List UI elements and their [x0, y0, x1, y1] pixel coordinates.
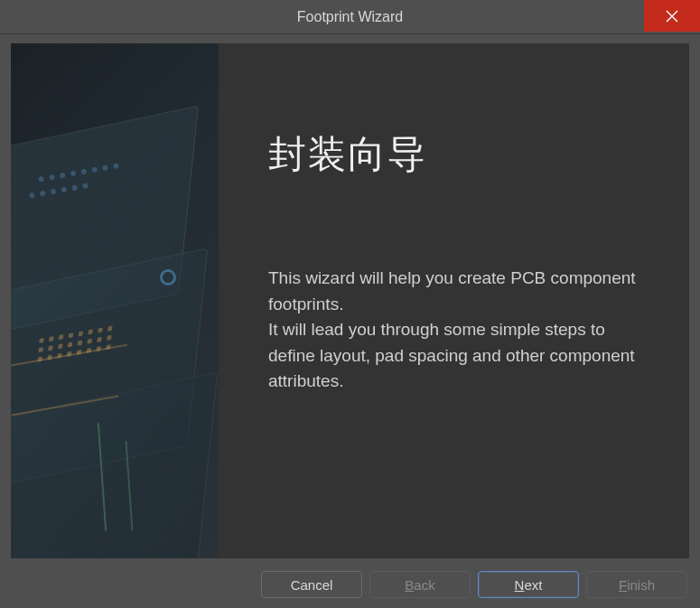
- description-line-2: It will lead you through some simple ste…: [268, 320, 635, 390]
- cancel-button[interactable]: Cancel: [261, 571, 362, 598]
- wizard-panel: 封装向导 This wizard will help you create PC…: [11, 43, 689, 558]
- title-bar: Footprint Wizard: [0, 0, 700, 34]
- button-row: Cancel Back Next Finish: [0, 558, 700, 598]
- close-icon: [666, 10, 678, 23]
- wizard-description: This wizard will help you create PCB com…: [268, 266, 644, 395]
- finish-button: Finish: [586, 571, 687, 598]
- wizard-graphic: [11, 43, 219, 558]
- next-button[interactable]: Next: [478, 571, 579, 598]
- close-button[interactable]: [644, 0, 700, 32]
- description-line-1: This wizard will help you create PCB com…: [268, 268, 636, 313]
- back-button: Back: [369, 571, 471, 598]
- wizard-heading: 封装向导: [268, 129, 644, 180]
- content-area: 封装向导 This wizard will help you create PC…: [0, 34, 700, 558]
- wizard-text: 封装向导 This wizard will help you create PC…: [219, 43, 689, 558]
- window-title: Footprint Wizard: [297, 9, 403, 25]
